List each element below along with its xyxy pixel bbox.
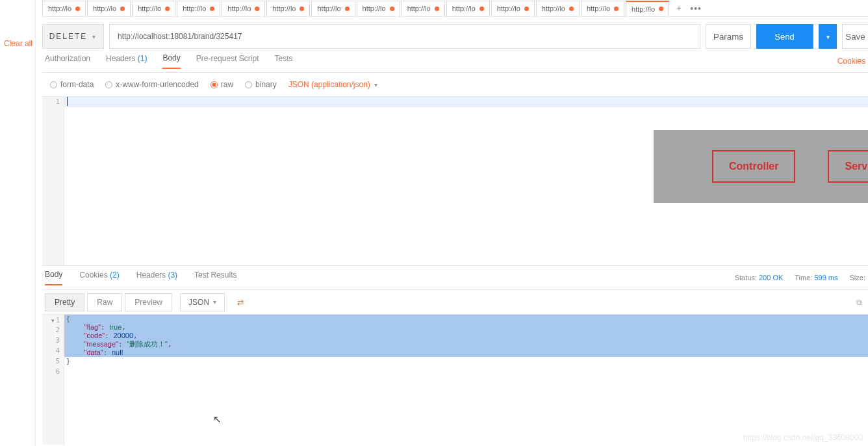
unsaved-dot-icon xyxy=(524,7,529,11)
radio-icon xyxy=(245,81,252,88)
time-value: 599 ms xyxy=(814,274,837,282)
url-input[interactable] xyxy=(109,24,700,49)
view-preview-button[interactable]: Preview xyxy=(125,293,172,311)
count-badge: (1) xyxy=(138,54,147,63)
request-tab[interactable]: http://lo xyxy=(177,1,220,16)
code-line: "message": "删除成功！", xyxy=(64,340,868,348)
unsaved-dot-icon xyxy=(300,7,304,11)
radio-text: raw xyxy=(221,80,233,89)
response-gutter: ▾1 2 3 4 5 6 xyxy=(42,315,64,445)
save-button[interactable]: Save xyxy=(842,24,868,49)
tab-tests[interactable]: Tests xyxy=(274,54,292,68)
response-body-viewer[interactable]: ▾1 2 3 4 5 6 { "flag": true, "code": 200… xyxy=(42,315,868,445)
controller-box: Controller xyxy=(712,150,795,183)
radio-form-data[interactable]: form-data xyxy=(50,80,94,89)
line-number: 5 xyxy=(42,356,64,367)
count-badge: (2) xyxy=(110,270,120,280)
unsaved-dot-icon xyxy=(569,7,574,11)
view-raw-button[interactable]: Raw xyxy=(87,293,122,311)
tab-label: http://lo xyxy=(542,5,565,12)
annotation-overlay: Controller Service xyxy=(654,130,868,203)
request-tab[interactable]: http://lo xyxy=(446,1,490,16)
request-tab[interactable]: http://lo xyxy=(581,1,624,16)
code-line: "flag": true, xyxy=(64,323,868,332)
clear-all-link[interactable]: Clear all xyxy=(4,39,32,48)
send-dropdown-button[interactable]: ▾ xyxy=(819,24,837,49)
http-method-dropdown[interactable]: DELETE ▾ xyxy=(42,24,104,49)
params-button[interactable]: Params xyxy=(706,24,751,49)
request-tab[interactable]: http://lo xyxy=(42,1,86,16)
code-line: "data": null xyxy=(64,348,868,357)
request-tab[interactable]: http://lo xyxy=(87,1,131,16)
resp-tab-headers[interactable]: Headers (3) xyxy=(136,270,177,285)
chevron-down-icon: ▾ xyxy=(213,298,216,306)
tab-label: http://lo xyxy=(138,5,161,12)
status-label: Status: xyxy=(735,274,757,282)
unsaved-dot-icon xyxy=(165,7,170,11)
tab-authorization[interactable]: Authorization xyxy=(45,54,90,68)
wrap-lines-icon[interactable]: ⇄ xyxy=(231,293,249,311)
tab-overflow-button[interactable]: ••• xyxy=(687,3,704,14)
copy-icon[interactable]: ⧉ xyxy=(850,293,868,311)
format-dropdown[interactable]: JSON▾ xyxy=(180,293,225,311)
chevron-down-icon: ▾ xyxy=(374,81,377,88)
response-meta: Status: 200 OK Time: 599 ms Size: xyxy=(735,274,868,282)
status-value: 200 OK xyxy=(759,274,783,282)
request-tab[interactable]: http://lo xyxy=(311,1,355,16)
request-tab[interactable]: http://lo xyxy=(491,1,535,16)
radio-urlencoded[interactable]: x-www-form-urlencoded xyxy=(105,80,198,89)
tab-label: http://lo xyxy=(272,5,296,12)
method-label: DELETE xyxy=(49,32,88,41)
format-label: JSON xyxy=(188,298,209,307)
radio-icon xyxy=(105,81,112,88)
tab-body[interactable]: Body xyxy=(162,53,180,69)
request-tab[interactable]: http://lo xyxy=(222,1,265,16)
unsaved-dot-icon xyxy=(435,7,439,11)
request-tab[interactable]: http://lo xyxy=(266,1,310,16)
radio-text: binary xyxy=(255,80,277,89)
tab-label: Cookies xyxy=(79,270,107,280)
chevron-down-icon: ▾ xyxy=(92,33,97,40)
unsaved-dot-icon xyxy=(210,7,214,11)
radio-raw[interactable]: raw xyxy=(211,80,233,89)
resp-tab-cookies[interactable]: Cookies (2) xyxy=(79,270,119,285)
view-pretty-button[interactable]: Pretty xyxy=(45,293,84,311)
tab-strip: http://lo http://lo http://lo http://lo … xyxy=(42,0,868,17)
resp-tab-tests[interactable]: Test Results xyxy=(194,270,236,285)
content-type-dropdown[interactable]: JSON (application/json)▾ xyxy=(288,80,377,89)
tab-label: http://lo xyxy=(587,5,610,12)
request-tab[interactable]: http://lo xyxy=(402,1,445,16)
request-tab[interactable]: http://lo xyxy=(536,1,580,16)
tab-label: http://lo xyxy=(497,5,520,12)
cookies-link[interactable]: Cookies xyxy=(837,57,868,66)
tab-label: http://lo xyxy=(363,5,386,12)
send-button[interactable]: Send xyxy=(756,24,813,49)
line-number: 3 xyxy=(42,335,64,346)
new-tab-button[interactable]: + xyxy=(670,4,687,13)
request-tab[interactable]: http://lo xyxy=(626,1,669,16)
tab-label: http://lo xyxy=(407,5,431,12)
tab-label: http://lo xyxy=(317,5,340,12)
service-box: Service xyxy=(828,150,868,183)
request-tab[interactable]: http://lo xyxy=(132,1,175,16)
unsaved-dot-icon xyxy=(345,7,350,11)
tab-label: Headers xyxy=(106,54,135,63)
tab-label: http://lo xyxy=(183,5,206,12)
request-tab[interactable]: http://lo xyxy=(357,1,400,16)
line-number: 2 xyxy=(42,325,64,335)
tab-label: Headers xyxy=(136,270,166,280)
radio-binary[interactable]: binary xyxy=(245,80,277,89)
line-number: 1 xyxy=(42,97,64,107)
line-number: 6 xyxy=(42,367,64,377)
unsaved-dot-icon xyxy=(255,7,259,11)
tab-label: http://lo xyxy=(227,5,251,12)
resp-tab-body[interactable]: Body xyxy=(45,270,62,285)
watermark: https://blog.csdn.net/qq_33608000 xyxy=(743,433,863,442)
tab-headers[interactable]: Headers (1) xyxy=(106,54,147,68)
unsaved-dot-icon xyxy=(75,7,80,11)
unsaved-dot-icon xyxy=(479,7,484,11)
text-cursor xyxy=(67,97,68,106)
radio-icon xyxy=(211,81,218,88)
radio-text: form-data xyxy=(60,80,94,89)
tab-prerequest[interactable]: Pre-request Script xyxy=(196,54,259,68)
